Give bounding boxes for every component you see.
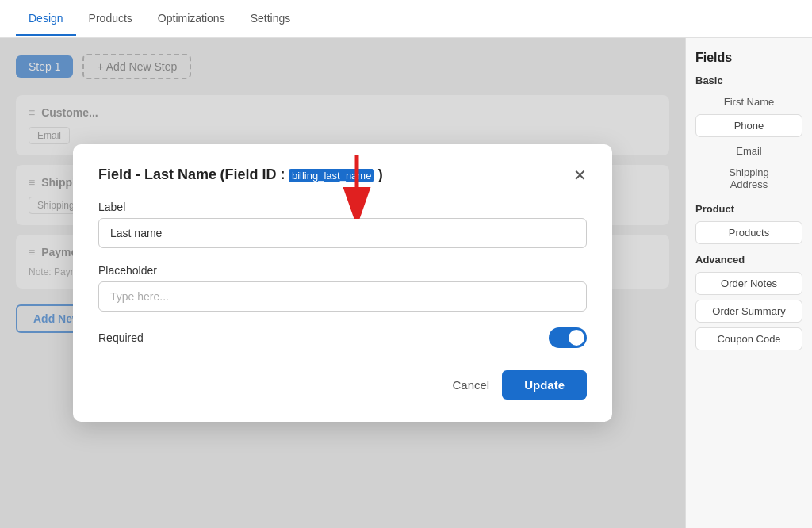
nav-products[interactable]: Products bbox=[76, 2, 145, 36]
sidebar-coupon-code[interactable]: Coupon Code bbox=[695, 327, 802, 350]
sidebar-phone[interactable]: Phone bbox=[695, 114, 802, 137]
field-modal: Field - Last Name (Field ID : billing_la… bbox=[73, 144, 612, 422]
nav-design[interactable]: Design bbox=[16, 2, 76, 36]
label-input[interactable] bbox=[98, 218, 587, 248]
sidebar-order-notes[interactable]: Order Notes bbox=[695, 272, 802, 295]
sidebar-shipping-address: ShippingAddress bbox=[695, 163, 802, 193]
nav-settings[interactable]: Settings bbox=[238, 2, 304, 36]
modal-title: Field - Last Name bbox=[98, 166, 216, 182]
placeholder-group: Placeholder bbox=[98, 264, 587, 312]
sidebar-basic-title: Basic bbox=[695, 75, 802, 86]
cancel-button[interactable]: Cancel bbox=[452, 378, 489, 392]
placeholder-label: Placeholder bbox=[98, 264, 587, 277]
required-row: Required bbox=[98, 327, 587, 348]
sidebar-first-name: First Name bbox=[695, 93, 802, 111]
required-toggle[interactable] bbox=[549, 327, 587, 348]
sidebar-order-summary[interactable]: Order Summary bbox=[695, 300, 802, 323]
sidebar-product-title: Product bbox=[695, 203, 802, 215]
sidebar-products[interactable]: Products bbox=[695, 221, 802, 244]
field-id-suffix: ) bbox=[378, 166, 383, 182]
main-layout: Step 1 + Add New Step ≡ Custome... Email… bbox=[0, 38, 812, 528]
label-group: Label bbox=[98, 201, 587, 248]
right-sidebar: Fields Basic First Name Phone Email Ship… bbox=[685, 38, 812, 528]
required-label: Required bbox=[98, 331, 144, 344]
sidebar-advanced-title: Advanced bbox=[695, 254, 802, 266]
top-nav: Design Products Optimizations Settings bbox=[0, 0, 812, 38]
sidebar-title: Fields bbox=[695, 51, 802, 65]
modal-title-area: Field - Last Name (Field ID : billing_la… bbox=[98, 166, 383, 183]
sidebar-email: Email bbox=[695, 142, 802, 160]
field-id-prefix: (Field ID : bbox=[220, 166, 285, 182]
placeholder-input[interactable] bbox=[98, 281, 587, 312]
nav-optimizations[interactable]: Optimizations bbox=[145, 2, 238, 36]
toggle-knob bbox=[569, 330, 584, 346]
label-label: Label bbox=[98, 201, 587, 213]
modal-close-button[interactable]: ✕ bbox=[573, 167, 587, 183]
modal-header: Field - Last Name (Field ID : billing_la… bbox=[98, 166, 587, 183]
modal-footer: Cancel Update bbox=[98, 370, 587, 400]
modal-overlay: Field - Last Name (Field ID : billing_la… bbox=[0, 38, 685, 528]
left-area: Step 1 + Add New Step ≡ Custome... Email… bbox=[0, 38, 685, 528]
update-button[interactable]: Update bbox=[502, 370, 587, 400]
field-id-value: billing_last_name bbox=[289, 169, 374, 182]
